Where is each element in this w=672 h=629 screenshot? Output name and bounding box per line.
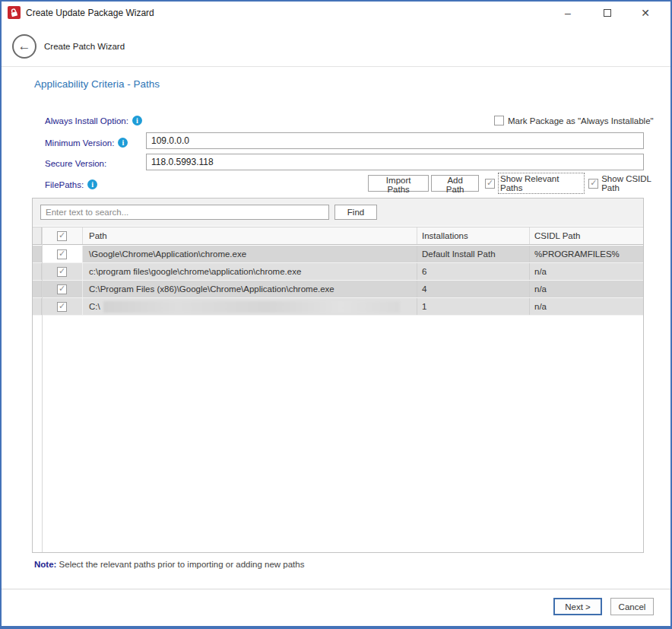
installations-cell[interactable]: 1: [417, 298, 529, 315]
table-row[interactable]: c:\program files\google\chrome\applicati…: [33, 263, 643, 281]
select-all-cell: [42, 227, 82, 244]
wizard-name-label: Create Patch Wizard: [44, 42, 125, 51]
show-csidl-path-label: Show CSIDL Path: [601, 174, 670, 192]
info-icon[interactable]: i: [118, 138, 128, 148]
paths-toolbar: Import Paths Add Path Show Relevant Path…: [368, 175, 670, 192]
row-checkbox[interactable]: [57, 249, 67, 259]
grid-body: \Google\Chrome\Application\chrome.exe De…: [33, 246, 643, 316]
show-relevant-paths-label: Show Relevant Paths: [498, 173, 585, 194]
minimize-icon: –: [565, 7, 571, 19]
column-header-path[interactable]: Path: [82, 227, 417, 244]
app-lock-icon: [8, 6, 21, 19]
installations-cell[interactable]: 6: [417, 263, 529, 280]
filepaths-label: FilePaths: i: [45, 179, 97, 189]
minimize-button[interactable]: –: [555, 2, 581, 24]
import-paths-button[interactable]: Import Paths: [368, 175, 429, 192]
title-bar: Create Update Package Wizard – ✕: [2, 2, 670, 24]
row-indicator: [33, 263, 42, 280]
row-check-cell: [42, 246, 82, 262]
row-check-cell: [42, 263, 82, 280]
row-check-cell: [42, 298, 82, 315]
secure-version-label: Secure Version:: [45, 159, 106, 168]
csidl-cell[interactable]: n/a: [529, 298, 643, 315]
csidl-cell[interactable]: n/a: [529, 263, 643, 280]
next-button[interactable]: Next >: [553, 598, 602, 615]
back-arrow-icon: ←: [18, 39, 31, 54]
info-icon[interactable]: i: [132, 116, 142, 125]
always-installable-group: Mark Package as "Always Installable": [494, 116, 654, 125]
path-cell[interactable]: C:\Program Files (x86)\Google\Chrome\App…: [82, 281, 417, 297]
show-relevant-paths-checkbox[interactable]: [485, 179, 495, 189]
note-prefix: Note:: [34, 560, 56, 569]
find-button[interactable]: Find: [334, 205, 377, 220]
secure-version-field[interactable]: [146, 154, 644, 170]
csidl-cell[interactable]: n/a: [529, 281, 643, 297]
row-indicator: [33, 298, 42, 315]
column-header-csidl[interactable]: CSIDL Path: [529, 227, 643, 244]
wizard-window: Create Update Package Wizard – ✕ ← Creat…: [0, 0, 672, 629]
minimum-version-field[interactable]: [146, 132, 644, 149]
footer-divider: [2, 589, 670, 589]
page-title: Applicability Criteria - Paths: [34, 78, 160, 90]
table-row[interactable]: C:\ 1 n/a: [33, 298, 643, 316]
path-cell[interactable]: c:\program files\google\chrome\applicati…: [82, 263, 417, 280]
always-installable-checkbox[interactable]: [494, 116, 504, 125]
filepaths-grid: Find Path Installations CSIDL Path \Goog…: [32, 198, 644, 553]
close-icon: ✕: [641, 7, 650, 19]
row-indicator-header: [33, 227, 42, 244]
add-path-button[interactable]: Add Path: [431, 175, 479, 192]
wizard-header: ← Create Patch Wizard: [2, 24, 670, 67]
back-button[interactable]: ←: [12, 34, 36, 59]
info-icon[interactable]: i: [87, 179, 97, 189]
row-indicator: [33, 246, 42, 262]
select-all-checkbox[interactable]: [57, 231, 67, 241]
show-csidl-path-checkbox[interactable]: [588, 179, 598, 189]
grid-search-bar: Find: [33, 199, 643, 226]
note-text: Note: Select the relevant paths prior to…: [34, 560, 304, 569]
grid-header-row: Path Installations CSIDL Path: [33, 227, 643, 245]
row-check-cell: [42, 281, 82, 297]
row-checkbox[interactable]: [57, 302, 67, 312]
row-indicator: [33, 281, 42, 297]
column-header-installations[interactable]: Installations: [417, 227, 529, 244]
installations-cell[interactable]: 4: [417, 281, 529, 297]
indicator-column-line: [42, 227, 43, 552]
always-installable-label: Mark Package as "Always Installable": [508, 116, 654, 125]
path-cell[interactable]: \Google\Chrome\Application\chrome.exe: [82, 246, 417, 262]
csidl-cell[interactable]: %PROGRAMFILES%: [529, 246, 643, 262]
maximize-icon: [604, 9, 611, 17]
table-row[interactable]: \Google\Chrome\Application\chrome.exe De…: [33, 246, 643, 263]
path-cell[interactable]: C:\: [82, 298, 417, 315]
cancel-button[interactable]: Cancel: [610, 598, 654, 615]
close-button[interactable]: ✕: [632, 2, 658, 24]
row-checkbox[interactable]: [57, 267, 67, 277]
always-install-label: Always Install Option: i: [45, 116, 142, 125]
show-relevant-paths-group: Show Relevant Paths: [485, 173, 585, 194]
redacted-path-blur: [103, 301, 400, 313]
table-row[interactable]: C:\Program Files (x86)\Google\Chrome\App…: [33, 281, 643, 298]
search-input[interactable]: [40, 205, 329, 220]
installations-cell[interactable]: Default Install Path: [417, 246, 529, 262]
maximize-button[interactable]: [594, 2, 620, 24]
window-title: Create Update Package Wizard: [26, 8, 154, 18]
row-checkbox[interactable]: [57, 284, 67, 294]
minimum-version-label: Minimum Version: i: [45, 138, 128, 148]
show-csidl-path-group: Show CSIDL Path: [588, 174, 670, 192]
